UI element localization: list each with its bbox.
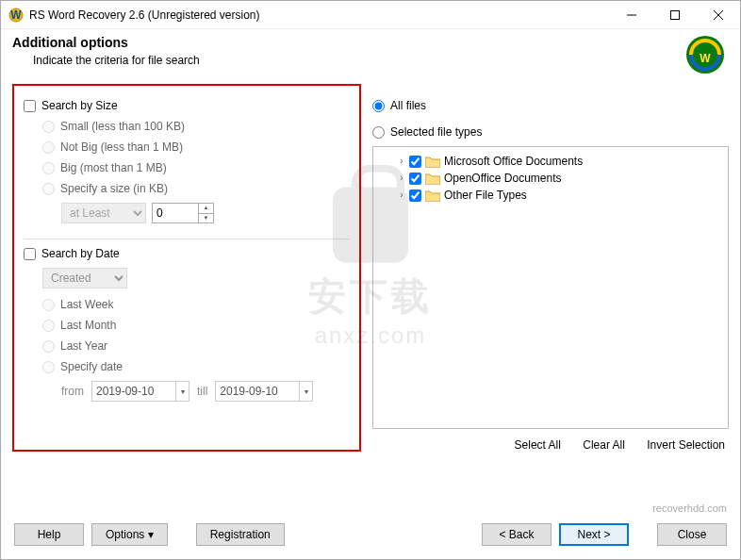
maximize-button[interactable] bbox=[653, 1, 697, 29]
svg-text:W: W bbox=[700, 52, 711, 65]
tree-item[interactable]: › Other File Types bbox=[379, 187, 722, 204]
date-specify-label: Specify date bbox=[60, 360, 123, 373]
search-by-date-label: Search by Date bbox=[41, 247, 120, 260]
search-criteria-panel: Search by Size Small (less than 100 KB) … bbox=[12, 84, 361, 452]
date-from-label: from bbox=[61, 385, 84, 398]
date-lastmonth-label: Last Month bbox=[60, 319, 116, 332]
date-till-input[interactable] bbox=[215, 381, 300, 402]
tree-item-label: Other File Types bbox=[444, 189, 527, 202]
page-title: Additional options bbox=[12, 35, 685, 50]
date-from-input[interactable] bbox=[91, 381, 176, 402]
size-specify-label: Specify a size (in KB) bbox=[60, 182, 168, 195]
divider bbox=[24, 239, 350, 239]
search-by-date-checkbox[interactable] bbox=[24, 248, 36, 260]
date-lastyear-label: Last Year bbox=[60, 339, 107, 353]
app-icon: W bbox=[8, 8, 24, 23]
date-from-dropdown[interactable]: ▾ bbox=[176, 381, 189, 402]
help-button[interactable]: Help bbox=[14, 523, 84, 546]
clear-all-link[interactable]: Clear All bbox=[583, 438, 625, 452]
size-value-input[interactable] bbox=[152, 203, 199, 223]
tree-item[interactable]: › OpenOffice Documents bbox=[379, 170, 722, 187]
size-notbig-label: Not Big (less than 1 MB) bbox=[60, 140, 183, 154]
chevron-right-icon[interactable]: › bbox=[396, 189, 407, 201]
page-subtitle: Indicate the criteria for file search bbox=[12, 54, 685, 67]
all-files-radio[interactable] bbox=[372, 100, 385, 112]
close-button[interactable] bbox=[697, 1, 740, 29]
size-small-radio[interactable] bbox=[42, 121, 55, 133]
options-button[interactable]: Options ▾ bbox=[91, 523, 168, 546]
svg-text:W: W bbox=[10, 8, 22, 22]
search-by-size-label: Search by Size bbox=[41, 99, 118, 112]
selected-types-radio[interactable] bbox=[372, 126, 385, 139]
window-title: RS Word Recovery 2.6 (Unregistered versi… bbox=[29, 8, 610, 22]
size-big-radio[interactable] bbox=[42, 162, 55, 174]
search-by-size-checkbox[interactable] bbox=[24, 100, 36, 112]
product-logo-icon: W bbox=[685, 35, 725, 74]
file-types-tree: › Microsoft Office Documents › OpenOffic… bbox=[372, 146, 729, 429]
close-button-footer[interactable]: Close bbox=[657, 523, 727, 546]
invert-selection-link[interactable]: Invert Selection bbox=[647, 438, 725, 452]
size-big-label: Big (most than 1 MB) bbox=[60, 161, 167, 174]
date-lastmonth-radio[interactable] bbox=[42, 320, 55, 332]
date-till-label: till bbox=[197, 385, 207, 398]
tree-checkbox[interactable] bbox=[409, 173, 421, 185]
footer: recoverhdd.com Help Options ▾ Registrati… bbox=[1, 502, 740, 559]
folder-icon bbox=[425, 156, 440, 168]
file-types-panel: All files Selected file types › Microsof… bbox=[372, 84, 729, 452]
chevron-right-icon[interactable]: › bbox=[396, 173, 407, 184]
size-small-label: Small (less than 100 KB) bbox=[60, 120, 185, 133]
size-specify-radio[interactable] bbox=[42, 183, 55, 195]
footer-url: recoverhdd.com bbox=[14, 502, 727, 514]
tree-item[interactable]: › Microsoft Office Documents bbox=[379, 153, 722, 170]
all-files-label: All files bbox=[390, 99, 426, 112]
size-mode-select[interactable]: at Least bbox=[61, 203, 146, 223]
date-till-dropdown[interactable]: ▾ bbox=[300, 381, 313, 402]
tree-item-label: OpenOffice Documents bbox=[444, 172, 562, 185]
date-type-select[interactable]: Created bbox=[42, 268, 127, 288]
svg-rect-3 bbox=[671, 10, 680, 19]
tree-checkbox[interactable] bbox=[409, 189, 421, 202]
select-all-link[interactable]: Select All bbox=[515, 438, 561, 452]
date-lastyear-radio[interactable] bbox=[42, 340, 55, 353]
folder-icon bbox=[425, 173, 440, 185]
minimize-button[interactable] bbox=[610, 1, 653, 29]
date-specify-radio[interactable] bbox=[42, 361, 55, 373]
page-header: Additional options Indicate the criteria… bbox=[1, 29, 740, 84]
chevron-right-icon[interactable]: › bbox=[396, 156, 407, 167]
next-button[interactable]: Next > bbox=[559, 523, 629, 546]
date-lastweek-label: Last Week bbox=[60, 298, 113, 311]
size-notbig-radio[interactable] bbox=[42, 141, 55, 154]
back-button[interactable]: < Back bbox=[482, 523, 552, 546]
tree-checkbox[interactable] bbox=[409, 156, 421, 168]
selected-types-label: Selected file types bbox=[390, 125, 482, 139]
registration-button[interactable]: Registration bbox=[196, 523, 285, 546]
folder-icon bbox=[425, 189, 440, 202]
date-lastweek-radio[interactable] bbox=[42, 299, 55, 311]
size-spinner[interactable]: ▲▼ bbox=[199, 203, 214, 223]
tree-item-label: Microsoft Office Documents bbox=[444, 155, 583, 168]
titlebar: W RS Word Recovery 2.6 (Unregistered ver… bbox=[1, 1, 740, 29]
